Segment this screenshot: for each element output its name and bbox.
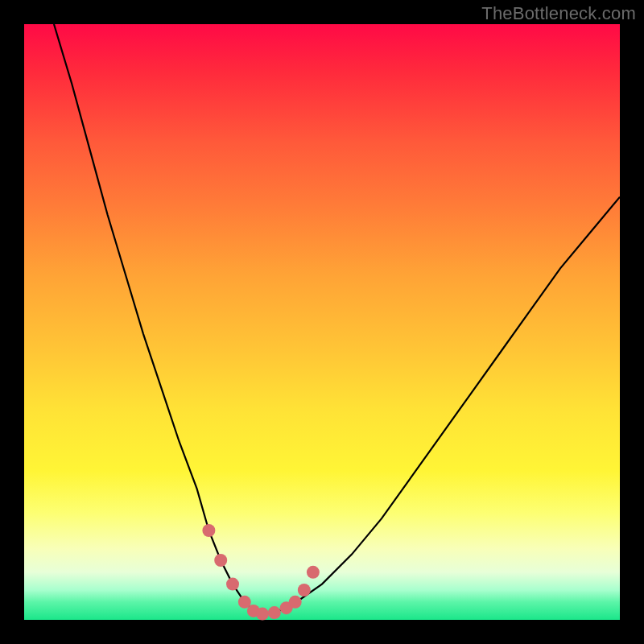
marker-point [226,578,239,591]
marker-point [298,584,311,597]
highlight-markers [202,524,320,621]
marker-point [202,524,215,537]
marker-point [256,608,269,621]
chart-svg [24,24,620,620]
watermark-text: TheBottleneck.com [481,3,636,24]
bottleneck-curve [54,24,620,614]
marker-point [268,606,281,619]
chart-frame: TheBottleneck.com [0,0,644,644]
marker-point [289,596,302,609]
plot-area [24,24,620,620]
marker-point [307,566,320,579]
marker-point [214,554,227,567]
